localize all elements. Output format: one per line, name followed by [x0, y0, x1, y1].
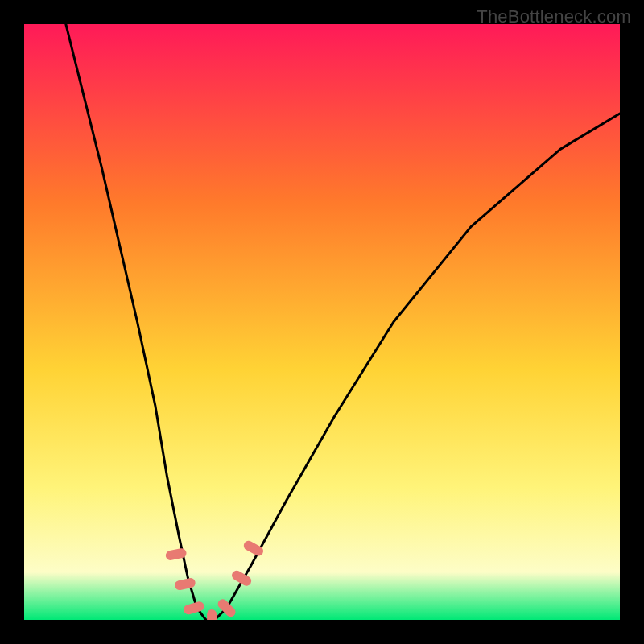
gradient-background [24, 24, 620, 620]
marker-4 [207, 609, 217, 620]
chart-svg [24, 24, 620, 620]
watermark-text: TheBottleneck.com [477, 6, 631, 27]
chart-frame: TheBottleneck.com [0, 0, 644, 644]
plot-area [24, 24, 620, 620]
